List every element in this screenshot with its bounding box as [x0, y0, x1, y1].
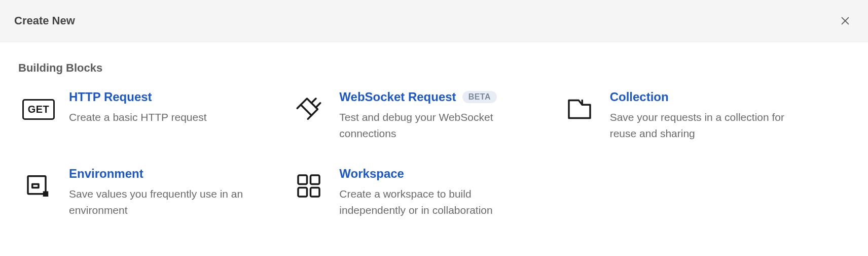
card-collection[interactable]: Collection Save your requests in a colle… [559, 90, 809, 141]
svg-line-5 [312, 99, 316, 103]
workspace-grid-icon [293, 170, 325, 202]
card-title: Collection [610, 90, 669, 104]
card-websocket-request[interactable]: WebSocket Request BETA Test and debug yo… [288, 90, 538, 141]
dialog-title: Create New [14, 14, 75, 27]
svg-rect-12 [298, 188, 307, 197]
card-workspace[interactable]: Workspace Create a workspace to build in… [288, 167, 538, 218]
close-button[interactable] [837, 12, 854, 29]
svg-line-3 [308, 115, 312, 119]
http-get-icon: GET [22, 93, 55, 125]
svg-rect-9 [43, 191, 49, 197]
svg-rect-11 [311, 175, 320, 184]
card-title: HTTP Request [69, 90, 152, 104]
environment-icon [22, 170, 55, 202]
card-environment[interactable]: Environment Save values you frequently u… [18, 167, 268, 218]
websocket-plug-icon [293, 93, 325, 125]
svg-line-2 [298, 105, 301, 108]
section-title: Building Blocks [18, 61, 850, 75]
card-title: Workspace [339, 167, 404, 181]
close-icon [840, 15, 851, 26]
card-description: Save your requests in a collection for r… [610, 109, 805, 141]
beta-badge: BETA [462, 91, 497, 103]
card-description: Save values you frequently use in an env… [69, 186, 264, 218]
dialog-header: Create New [0, 0, 868, 42]
card-http-request[interactable]: GET HTTP Request Create a basic HTTP req… [18, 90, 268, 141]
svg-rect-13 [311, 188, 320, 197]
svg-rect-10 [298, 175, 307, 184]
svg-line-4 [316, 103, 320, 108]
card-description: Create a basic HTTP request [69, 109, 264, 125]
folder-icon [563, 93, 596, 125]
card-title: WebSocket Request [339, 90, 456, 104]
dialog-content: Building Blocks GET HTTP Request Create … [0, 42, 868, 237]
card-description: Create a workspace to build independentl… [339, 186, 534, 218]
svg-rect-8 [32, 184, 39, 188]
building-blocks-grid: GET HTTP Request Create a basic HTTP req… [18, 90, 809, 218]
card-title: Environment [69, 167, 143, 181]
card-description: Test and debug your WebSocket connection… [339, 109, 534, 141]
